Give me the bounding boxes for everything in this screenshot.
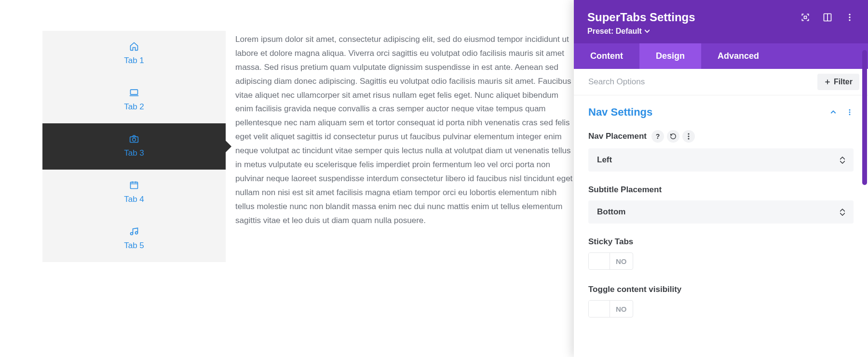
svg-point-9 <box>849 16 850 18</box>
search-row: Filter <box>574 69 868 95</box>
tab-item-2[interactable]: Tab 2 <box>42 77 226 123</box>
toggle-knob <box>589 253 610 269</box>
layout-icon[interactable] <box>823 13 832 22</box>
svg-rect-0 <box>131 90 138 94</box>
field-nav-placement: Nav Placement ? Left <box>588 130 854 172</box>
sort-arrows-icon <box>840 157 845 164</box>
field-toggle-content: Toggle content visibility NO <box>588 285 854 319</box>
subtitle-placement-select[interactable]: Bottom <box>588 200 854 224</box>
nav-placement-select[interactable]: Left <box>588 148 854 172</box>
toggle-knob <box>589 301 610 317</box>
svg-point-8 <box>849 14 850 15</box>
music-icon <box>129 226 139 236</box>
svg-rect-6 <box>804 16 807 19</box>
section-header[interactable]: Nav Settings <box>588 106 854 119</box>
calendar-icon <box>129 180 139 190</box>
tab-item-1[interactable]: Tab 1 <box>42 31 226 77</box>
tab-content-btn[interactable]: Content <box>574 43 639 69</box>
tab-item-3[interactable]: Tab 3 <box>42 123 226 170</box>
select-value: Bottom <box>597 207 840 217</box>
field-sticky-tabs: Sticky Tabs NO <box>588 237 854 271</box>
svg-point-12 <box>849 112 851 113</box>
panel-tabs: Content Design Advanced <box>574 43 868 69</box>
caret-down-icon <box>645 29 650 33</box>
tab-label: Tab 4 <box>124 195 144 204</box>
field-label: Nav Placement <box>588 132 647 141</box>
tab-label: Tab 5 <box>124 241 144 251</box>
svg-point-13 <box>849 114 851 115</box>
field-label: Sticky Tabs <box>588 237 633 247</box>
tab-content: Lorem ipsum dolor sit amet, consectetur … <box>226 31 573 262</box>
select-value: Left <box>597 155 840 165</box>
kebab-icon[interactable] <box>682 130 695 143</box>
toggle-label: NO <box>610 257 633 265</box>
tab-label: Tab 3 <box>124 148 144 158</box>
svg-point-2 <box>133 138 136 141</box>
plus-icon <box>824 79 831 85</box>
filter-label: Filter <box>834 78 853 86</box>
svg-point-16 <box>688 138 689 139</box>
camera-icon <box>129 134 139 144</box>
svg-point-11 <box>849 109 851 111</box>
tab-label: Tab 1 <box>124 56 144 66</box>
svg-point-14 <box>688 133 689 134</box>
field-subtitle-placement: Subtitle Placement Bottom <box>588 185 854 224</box>
sort-arrows-icon <box>840 209 845 216</box>
home-icon <box>129 41 139 51</box>
svg-rect-3 <box>131 182 138 188</box>
search-input[interactable] <box>588 77 817 87</box>
preset-selector[interactable]: Preset: Default <box>587 27 695 36</box>
tab-advanced-btn[interactable]: Advanced <box>701 43 775 69</box>
panel-header: SuperTabs Settings Preset: Default <box>574 0 868 43</box>
tab-item-5[interactable]: Tab 5 <box>42 216 226 262</box>
reset-icon[interactable] <box>667 130 679 143</box>
tab-item-4[interactable]: Tab 4 <box>42 170 226 216</box>
chevron-up-icon[interactable] <box>829 108 837 116</box>
svg-point-15 <box>688 135 689 137</box>
toggle-content-toggle[interactable]: NO <box>588 300 633 317</box>
focus-icon[interactable] <box>800 13 810 22</box>
kebab-icon[interactable] <box>845 13 854 22</box>
field-label: Toggle content visibility <box>588 285 681 294</box>
preset-label: Preset: Default <box>587 27 642 36</box>
help-icon[interactable]: ? <box>651 130 664 143</box>
kebab-icon[interactable] <box>846 108 854 116</box>
panel-body: Nav Settings Nav Placement ? <box>574 95 868 357</box>
field-label: Subtitle Placement <box>588 185 662 195</box>
tab-nav: Tab 1 Tab 2 Tab 3 Tab 4 Tab 5 <box>42 31 226 262</box>
settings-panel: SuperTabs Settings Preset: Default Conte… <box>574 0 868 357</box>
sticky-tabs-toggle[interactable]: NO <box>588 252 633 270</box>
panel-title: SuperTabs Settings <box>587 11 695 24</box>
tab-label: Tab 2 <box>124 102 144 112</box>
laptop-icon <box>129 88 139 97</box>
svg-point-10 <box>849 19 850 21</box>
section-title: Nav Settings <box>588 106 652 119</box>
filter-button[interactable]: Filter <box>817 74 859 90</box>
toggle-label: NO <box>610 305 633 313</box>
tab-design-btn[interactable]: Design <box>639 43 701 69</box>
